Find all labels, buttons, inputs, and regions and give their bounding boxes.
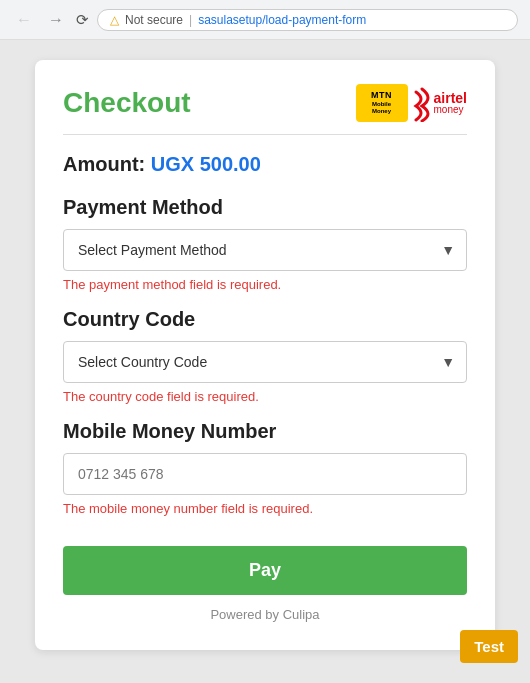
refresh-button[interactable]: ⟳ (76, 11, 89, 29)
address-bar[interactable]: △ Not secure | sasulasetup/load-payment-… (97, 9, 518, 31)
country-code-error: The country code field is required. (63, 389, 467, 404)
amount-label: Amount: (63, 153, 145, 175)
warning-icon: △ (110, 13, 119, 27)
country-code-select[interactable]: Select Country Code Uganda (+256) Kenya … (63, 341, 467, 383)
airtel-brand: airtel (434, 91, 467, 105)
page-content: Checkout MTN Mobile Money airtel mo (0, 40, 530, 683)
mobile-money-label: Mobile Money Number (63, 420, 467, 443)
mtn-text: MTN (371, 90, 392, 101)
card-header: Checkout MTN Mobile Money airtel mo (63, 84, 467, 122)
payment-method-wrapper: Select Payment Method MTN Mobile Money A… (63, 229, 467, 271)
payment-method-error: The payment method field is required. (63, 277, 467, 292)
checkout-title: Checkout (63, 87, 191, 119)
pay-button[interactable]: Pay (63, 546, 467, 595)
amount-row: Amount: UGX 500.00 (63, 153, 467, 176)
airtel-wave-icon (412, 84, 434, 122)
logos: MTN Mobile Money airtel money (356, 84, 467, 122)
amount-value: UGX 500.00 (151, 153, 261, 175)
mobile-money-input[interactable] (63, 453, 467, 495)
country-code-label: Country Code (63, 308, 467, 331)
separator: | (189, 13, 192, 27)
test-badge: Test (460, 630, 518, 663)
payment-method-section: Payment Method Select Payment Method MTN… (63, 196, 467, 292)
mtn-sub2: Money (372, 108, 391, 115)
powered-by: Powered by Culipa (63, 607, 467, 622)
payment-method-label: Payment Method (63, 196, 467, 219)
country-code-section: Country Code Select Country Code Uganda … (63, 308, 467, 404)
airtel-text-group: airtel money (434, 91, 467, 115)
url-text: sasulasetup/load-payment-form (198, 13, 366, 27)
mobile-money-error: The mobile money number field is require… (63, 501, 467, 516)
not-secure-label: Not secure (125, 13, 183, 27)
back-button[interactable]: ← (12, 9, 36, 31)
airtel-logo: airtel money (412, 84, 467, 122)
airtel-money-label: money (434, 105, 464, 115)
mtn-logo: MTN Mobile Money (356, 84, 408, 122)
country-code-wrapper: Select Country Code Uganda (+256) Kenya … (63, 341, 467, 383)
browser-bar: ← → ⟳ △ Not secure | sasulasetup/load-pa… (0, 0, 530, 40)
forward-button[interactable]: → (44, 9, 68, 31)
mobile-money-section: Mobile Money Number The mobile money num… (63, 420, 467, 516)
checkout-card: Checkout MTN Mobile Money airtel mo (35, 60, 495, 650)
mtn-sub: Mobile (372, 101, 391, 108)
divider (63, 134, 467, 135)
payment-method-select[interactable]: Select Payment Method MTN Mobile Money A… (63, 229, 467, 271)
